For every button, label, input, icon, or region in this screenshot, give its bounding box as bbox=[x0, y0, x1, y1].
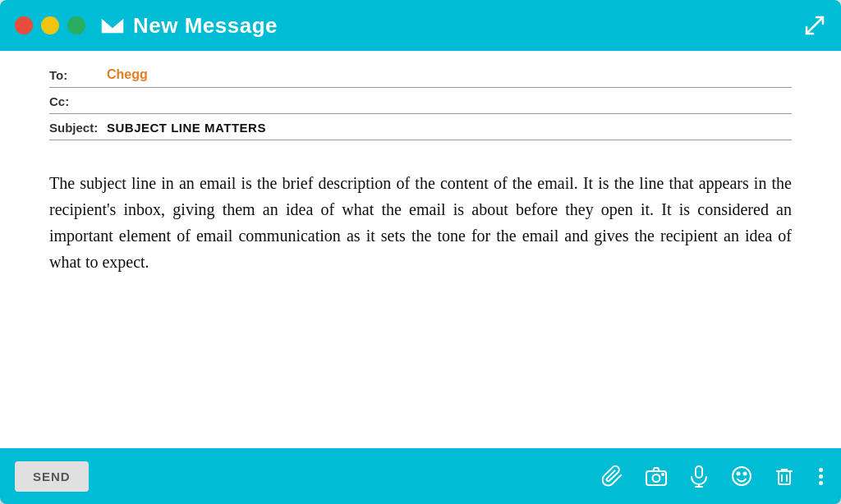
to-value[interactable]: Chegg bbox=[107, 67, 792, 82]
maximize-button[interactable] bbox=[67, 16, 85, 34]
svg-rect-7 bbox=[696, 466, 702, 478]
svg-point-11 bbox=[738, 473, 740, 475]
cc-field-row: Cc: bbox=[49, 89, 792, 114]
email-compose-window: New Message To: Chegg Cc: Subject: S bbox=[0, 0, 841, 504]
expand-button[interactable] bbox=[803, 14, 826, 37]
dot3 bbox=[819, 481, 823, 485]
bottom-bar: SEND bbox=[0, 448, 841, 504]
body-text[interactable]: The subject line in an email is the brie… bbox=[49, 170, 792, 275]
fields-section: To: Chegg Cc: Subject: SUBJECT LINE MATT… bbox=[0, 51, 841, 147]
emoji-button[interactable] bbox=[730, 465, 753, 488]
dot1 bbox=[819, 468, 823, 472]
svg-point-10 bbox=[733, 467, 751, 485]
svg-line-3 bbox=[807, 25, 815, 34]
to-label: To: bbox=[49, 68, 107, 82]
title-bar: New Message bbox=[0, 0, 841, 51]
compose-area: To: Chegg Cc: Subject: SUBJECT LINE MATT… bbox=[0, 51, 841, 448]
subject-label: Subject: bbox=[49, 121, 107, 135]
cc-label: Cc: bbox=[49, 94, 107, 108]
svg-line-2 bbox=[815, 17, 823, 25]
svg-point-12 bbox=[744, 473, 747, 475]
subject-field-row: Subject: SUBJECT LINE MATTERS bbox=[49, 116, 792, 140]
minimize-button[interactable] bbox=[41, 16, 59, 34]
mail-icon bbox=[100, 16, 125, 34]
trash-button[interactable] bbox=[773, 465, 796, 488]
close-button[interactable] bbox=[15, 16, 33, 34]
microphone-button[interactable] bbox=[687, 465, 710, 488]
bottom-icons bbox=[602, 465, 826, 488]
to-field-row: To: Chegg bbox=[49, 62, 792, 88]
window-title: New Message bbox=[133, 13, 278, 39]
body-section[interactable]: The subject line in an email is the brie… bbox=[0, 147, 841, 448]
svg-point-5 bbox=[653, 474, 660, 482]
subject-value[interactable]: SUBJECT LINE MATTERS bbox=[107, 121, 792, 135]
window-controls bbox=[15, 16, 85, 34]
more-button[interactable] bbox=[816, 465, 826, 488]
svg-point-6 bbox=[662, 474, 664, 475]
dot2 bbox=[819, 474, 823, 479]
attachment-button[interactable] bbox=[602, 465, 625, 488]
camera-button[interactable] bbox=[645, 465, 668, 488]
send-button[interactable]: SEND bbox=[15, 461, 89, 492]
svg-rect-13 bbox=[779, 471, 790, 484]
